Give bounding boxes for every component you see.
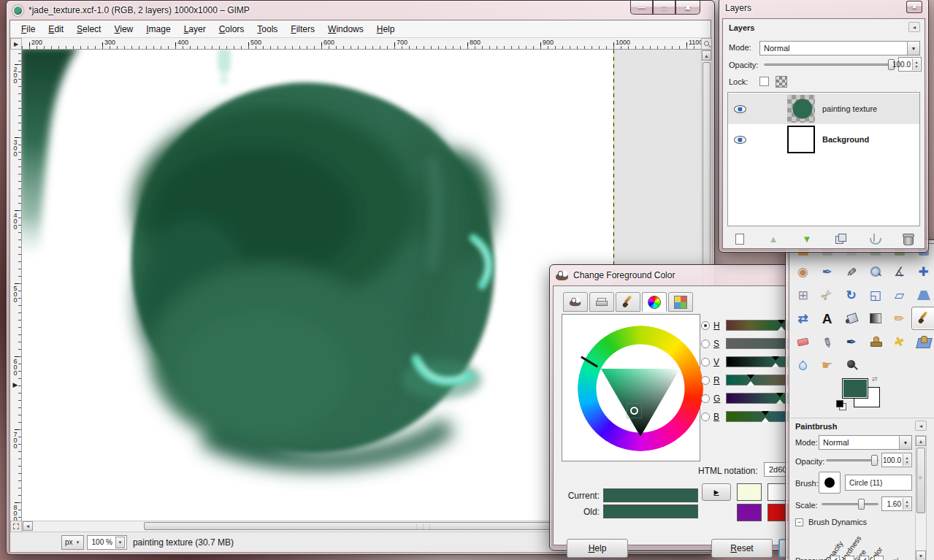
spinner-arrows[interactable]: ▲▼ xyxy=(903,454,911,466)
brush-mode-dropdown[interactable]: Normal ▼ xyxy=(819,435,912,450)
brush-thumbnail-button[interactable] xyxy=(819,472,841,494)
tool-clone[interactable] xyxy=(863,330,887,353)
layer-thumbnail[interactable] xyxy=(787,95,815,123)
tool-blend[interactable] xyxy=(863,307,887,330)
brush-name-field[interactable]: Circle (11) xyxy=(845,475,912,491)
image-menu-button[interactable]: ▶ xyxy=(10,38,22,50)
tool-crop[interactable]: ✄ xyxy=(815,283,839,307)
unit-dropdown[interactable]: px ▼ xyxy=(61,535,84,550)
layer-name[interactable]: Background xyxy=(822,135,869,144)
menu-view[interactable]: View xyxy=(107,21,139,37)
dynamics-collapse-box[interactable]: − xyxy=(795,518,803,526)
layer-opacity-spinner[interactable]: 100.0 ▲▼ xyxy=(898,57,922,72)
scroll-down-arrow[interactable]: ▼ xyxy=(916,551,926,560)
menu-colors[interactable]: Colors xyxy=(213,21,251,37)
tool-text[interactable]: A xyxy=(815,307,839,330)
sv-selector[interactable] xyxy=(630,407,638,415)
history-swatch-1[interactable] xyxy=(737,483,762,501)
tool-align[interactable]: ⊞ xyxy=(791,283,815,307)
brush-opacity-spinner[interactable]: 100.0 ▲▼ xyxy=(881,453,912,467)
layer-row-background[interactable]: Background xyxy=(728,124,919,155)
menu-help[interactable]: Help xyxy=(370,21,402,37)
tab-palette-selector[interactable] xyxy=(668,292,693,312)
visibility-eye-icon[interactable] xyxy=(734,136,746,144)
maximize-button[interactable]: □ xyxy=(653,1,675,15)
pressure-size-checkbox[interactable]: ✔ xyxy=(860,556,869,560)
scroll-up-arrow[interactable]: ▲ xyxy=(916,436,926,446)
layers-titlebar[interactable]: Layers xyxy=(719,0,928,18)
tool-ink[interactable]: ✒ xyxy=(839,330,863,353)
tool-rotate[interactable]: ↻ xyxy=(839,283,863,307)
close-button[interactable]: ✖ xyxy=(675,1,700,15)
tab-watercolor-selector[interactable] xyxy=(616,292,640,312)
tool-paths[interactable]: ✒ xyxy=(815,260,839,283)
tool-options-menu-button[interactable]: ◄ xyxy=(915,421,927,431)
g-radio[interactable] xyxy=(701,394,710,403)
sv-triangle[interactable] xyxy=(562,315,700,461)
lock-alpha-icon[interactable] xyxy=(776,76,787,88)
menu-layer[interactable]: Layer xyxy=(177,21,213,37)
tool-perspective-clone[interactable] xyxy=(911,330,934,353)
tool-eraser[interactable] xyxy=(791,330,815,353)
tab-gimp-selector[interactable] xyxy=(563,292,588,312)
history-swatch-3[interactable] xyxy=(737,504,762,521)
menu-image[interactable]: Image xyxy=(139,21,177,37)
s-radio[interactable] xyxy=(701,340,710,348)
spinner-arrows[interactable]: ▲▼ xyxy=(912,58,920,70)
tool-zoom[interactable] xyxy=(863,260,887,283)
tool-perspective[interactable] xyxy=(911,283,934,307)
layers-close-button[interactable]: ✖ xyxy=(906,1,922,13)
brush-scale-slider[interactable] xyxy=(822,498,879,510)
tool-move[interactable]: ✚ xyxy=(911,260,934,283)
visibility-eye-icon[interactable] xyxy=(734,105,746,113)
tool-scale[interactable]: ◱ xyxy=(863,283,887,307)
tool-color-picker[interactable]: ✎ xyxy=(839,260,863,283)
zoom-dropdown[interactable]: 100 % ▼ xyxy=(87,535,127,550)
spinner-arrows[interactable]: ▲▼ xyxy=(903,498,911,510)
tool-bucket-fill[interactable] xyxy=(839,307,863,330)
lock-alpha-checkbox[interactable] xyxy=(759,77,769,86)
reset-button[interactable]: Reset xyxy=(711,539,773,558)
tool-blur-sharpen[interactable] xyxy=(791,353,815,377)
main-titlebar[interactable]: *jade_texture.xcf-1.0 (RGB, 2 layers) 10… xyxy=(7,1,714,20)
tool-foreground-select[interactable]: ◉ xyxy=(791,260,815,283)
help-button[interactable]: Help xyxy=(567,539,628,558)
menu-tools[interactable]: Tools xyxy=(250,21,284,37)
tool-dodge-burn[interactable] xyxy=(839,353,863,377)
duplicate-layer-button[interactable] xyxy=(831,231,850,247)
tab-cmyk-selector[interactable] xyxy=(589,292,614,312)
minimize-button[interactable]: — xyxy=(630,1,653,15)
brush-scale-spinner[interactable]: 1.60 ▲▼ xyxy=(881,496,912,511)
scroll-up-arrow[interactable]: ▲ xyxy=(702,50,711,61)
pressure-curve-icon[interactable]: ıı| xyxy=(893,557,898,560)
r-radio[interactable] xyxy=(701,376,710,385)
tool-shear[interactable]: ▱ xyxy=(887,283,911,307)
anchor-layer-button[interactable] xyxy=(865,231,884,247)
v-radio[interactable] xyxy=(701,358,710,367)
tool-smudge[interactable]: ☛ xyxy=(815,353,839,377)
tab-wheel-selector[interactable] xyxy=(642,292,667,312)
navigation-preview-button[interactable] xyxy=(701,38,712,50)
tool-pencil[interactable]: ✏ xyxy=(887,307,911,330)
quickmask-toggle[interactable] xyxy=(10,521,22,532)
hsv-wheel-selector[interactable] xyxy=(562,314,700,461)
menu-edit[interactable]: Edit xyxy=(42,21,70,37)
h-radio[interactable] xyxy=(701,321,710,330)
scroll-thumb[interactable]: ≡ xyxy=(916,448,925,513)
tool-flip[interactable]: ⇄ xyxy=(791,307,815,330)
menu-select[interactable]: Select xyxy=(70,21,107,37)
tool-heal[interactable]: ✖ xyxy=(887,330,911,353)
b-radio[interactable] xyxy=(701,413,710,421)
tool-airbrush[interactable]: ✐ xyxy=(815,330,839,353)
tool-options-scrollbar[interactable]: ▲ ≡ ▼ xyxy=(915,435,927,560)
menu-windows[interactable]: Windows xyxy=(321,21,370,37)
layer-thumbnail[interactable] xyxy=(787,126,815,153)
menu-filters[interactable]: Filters xyxy=(284,21,321,37)
raise-layer-button[interactable]: ▲ xyxy=(764,231,783,247)
layer-row-painting-texture[interactable]: painting texture xyxy=(728,93,919,124)
tool-measure[interactable]: ∡ xyxy=(887,260,911,283)
foreground-color-swatch[interactable] xyxy=(842,378,868,399)
default-colors-icon[interactable] xyxy=(836,400,846,410)
brush-opacity-slider[interactable] xyxy=(826,454,879,466)
scroll-left-arrow[interactable]: ◄ xyxy=(23,521,33,531)
